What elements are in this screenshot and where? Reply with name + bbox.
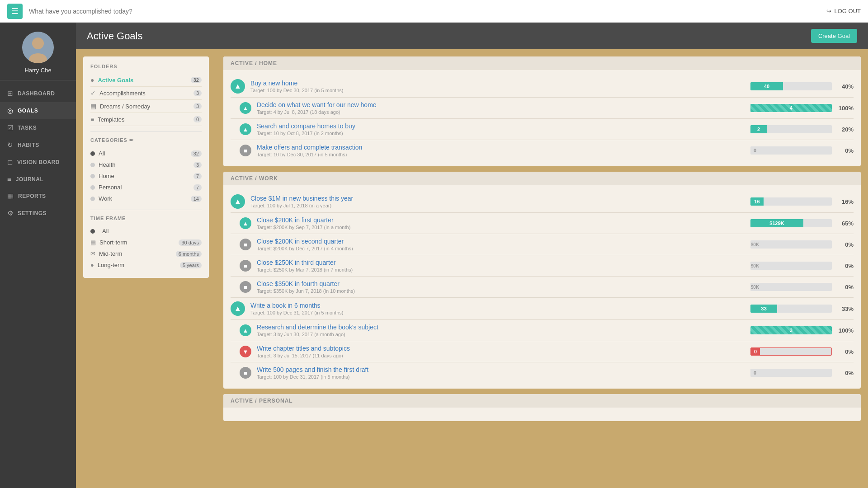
sidebar-item-reports[interactable]: ▦ REPORTS: [0, 188, 76, 205]
sidebar-item-label: SETTINGS: [18, 210, 47, 216]
sidebar-item-habits[interactable]: ↻ HABITS: [0, 136, 76, 154]
dashboard-icon: ⊞: [7, 89, 13, 98]
logout-button[interactable]: ↪ LOG OUT: [826, 8, 861, 14]
edit-categories-icon[interactable]: ✏: [129, 137, 134, 143]
goal-title-write-book[interactable]: Write a book in 6 months: [250, 302, 750, 309]
category-item-all[interactable]: All 32: [90, 148, 202, 159]
progress-fill: 0: [750, 146, 760, 155]
goal-title-500pages[interactable]: Write 500 pages and finish the first dra…: [257, 366, 750, 373]
timeframe-item-left: ✉ Mid-term: [90, 250, 122, 257]
goal-meta: Target: 100 by Dec 31, 2017 (in 5 months…: [257, 374, 750, 380]
sidebar-item-tasks[interactable]: ☑ TASKS: [0, 119, 76, 136]
sidebar-item-goals[interactable]: ◎ GOALS: [0, 102, 76, 119]
right-panel: ACTIVE / HOME ▲ Buy a new home Target: 1…: [216, 49, 868, 488]
reports-icon: ▦: [7, 192, 14, 200]
progress-pct: 65%: [836, 220, 854, 227]
goal-title-250k-q3[interactable]: Close $250K in third quarter: [257, 259, 750, 266]
goal-title-200k-q1[interactable]: Close $200K in first quarter: [257, 216, 750, 224]
search-input[interactable]: [29, 8, 826, 15]
goal-main: Search and compare homes to buy Target: …: [257, 122, 750, 136]
goal-main: Close $1M in new business this year Targ…: [250, 195, 750, 208]
goal-icon-350k-q4: ■: [240, 281, 251, 293]
goal-main: Decide on what we want for our new home …: [257, 101, 750, 115]
avatar: [22, 32, 54, 63]
goal-row-250k-q3: ■ Close $250K in third quarter Target: $…: [231, 255, 854, 277]
timeframe-label: Mid-term: [99, 250, 122, 257]
category-badge: 7: [193, 173, 202, 179]
goal-icon-search: ▲: [240, 123, 251, 135]
category-item-home[interactable]: Home 7: [90, 170, 202, 182]
goal-title-200k-q2[interactable]: Close $200K in second quarter: [257, 238, 750, 245]
menu-button[interactable]: ☰: [7, 4, 23, 19]
progress-bar: 2: [750, 125, 832, 133]
goal-title-close-1m[interactable]: Close $1M in new business this year: [250, 195, 750, 202]
folder-badge: 3: [193, 103, 202, 109]
folder-item-templates[interactable]: ≡ Templates 0: [90, 113, 202, 126]
progress-pct: 40%: [836, 83, 854, 90]
goal-row-search: ▲ Search and compare homes to buy Target…: [231, 119, 854, 140]
sidebar-item-journal[interactable]: ≡ JOURNAL: [0, 171, 76, 188]
progress-bar: 33: [750, 305, 832, 313]
section-body-work: ▲ Close $1M in new business this year Ta…: [223, 185, 861, 389]
goal-title-search[interactable]: Search and compare homes to buy: [257, 122, 750, 130]
sidebar-item-label: TASKS: [18, 125, 37, 131]
timeframe-label: All: [102, 228, 108, 235]
goal-main: Close $350K in fourth quarter Target: $3…: [257, 280, 750, 294]
category-item-left: Personal: [90, 184, 122, 191]
sidebar-user: Harry Che: [0, 23, 76, 80]
timeframe-icon: ●: [90, 262, 94, 268]
category-dot: [90, 151, 95, 156]
goal-title-buy-home[interactable]: Buy a new home: [250, 80, 750, 87]
create-goal-button[interactable]: Create Goal: [811, 29, 857, 43]
goal-meta: Target: 10 by Dec 30, 2017 (in 5 months): [257, 152, 750, 157]
section-home: ACTIVE / HOME ▲ Buy a new home Target: 1…: [223, 56, 861, 166]
sidebar-item-label: JOURNAL: [16, 176, 44, 183]
goal-meta: Target: 3 by Jun 30, 2017 (a month ago): [257, 332, 750, 337]
goal-progress-area: 40 40%: [750, 82, 854, 90]
goal-progress-area: 3 100%: [750, 326, 854, 334]
timeframe-icon: ✉: [90, 250, 95, 257]
goal-row-350k-q4: ■ Close $350K in fourth quarter Target: …: [231, 277, 854, 298]
progress-fill: 2: [750, 125, 767, 133]
sidebar-item-settings[interactable]: ⚙ SETTINGS: [0, 205, 76, 222]
goal-title-decide[interactable]: Decide on what we want for our new home: [257, 101, 750, 108]
goal-title-research[interactable]: Research and determine the book's subjec…: [257, 324, 750, 331]
category-item-personal[interactable]: Personal 7: [90, 182, 202, 193]
goal-title-offers[interactable]: Make offers and complete transaction: [257, 144, 750, 151]
journal-icon: ≡: [7, 175, 11, 183]
timeframe-item-left: All: [90, 228, 108, 235]
folder-item-label: Templates: [98, 116, 124, 123]
progress-fill: 0: [750, 369, 760, 377]
goal-title-350k-q4[interactable]: Close $350K in fourth quarter: [257, 280, 750, 287]
section-work: ACTIVE / WORK ▲ Close $1M in new busines…: [223, 172, 861, 389]
habits-icon: ↻: [7, 141, 13, 149]
sidebar-item-label: VISION BOARD: [17, 159, 60, 165]
sidebar-item-dashboard[interactable]: ⊞ DASHBOARD: [0, 85, 76, 102]
folder-item-active-goals[interactable]: ● Active Goals 32: [90, 74, 202, 87]
category-dot: [90, 174, 95, 178]
folder-item-accomplishments[interactable]: ✓ Accomplishments 3: [90, 87, 202, 100]
timeframe-item-mid[interactable]: ✉ Mid-term 6 months: [90, 248, 202, 259]
sidebar-item-vision-board[interactable]: ◻ VISION BOARD: [0, 154, 76, 171]
goal-main: Make offers and complete transaction Tar…: [257, 144, 750, 157]
timeframe-item-long[interactable]: ● Long-term 5 years: [90, 259, 202, 271]
section-body-personal: [223, 408, 861, 421]
section-body-home: ▲ Buy a new home Target: 100 by Dec 30, …: [223, 70, 861, 166]
goal-main: Research and determine the book's subjec…: [257, 324, 750, 337]
category-item-left: All: [90, 150, 105, 157]
vision-icon: ◻: [7, 158, 13, 166]
timeframe-item-short[interactable]: ▤ Short-term 30 days: [90, 237, 202, 248]
category-item-work[interactable]: Work 14: [90, 193, 202, 204]
progress-bar: $0K: [750, 240, 832, 249]
page-title: Active Goals: [87, 30, 143, 42]
folder-item-left: ● Active Goals: [90, 76, 133, 84]
folder-item-dreams[interactable]: ▤ Dreams / Someday 3: [90, 100, 202, 113]
goal-title-chapters[interactable]: Write chapter titles and subtopics: [257, 345, 750, 352]
goal-meta: Target: $200K by Sep 7, 2017 (in a month…: [257, 225, 750, 230]
sidebar-nav: ⊞ DASHBOARD ◎ GOALS ☑ TASKS ↻ HABITS ◻ V…: [0, 80, 76, 226]
page-header: Active Goals Create Goal: [76, 23, 868, 49]
category-dot: [90, 197, 95, 201]
category-item-health[interactable]: Health 3: [90, 159, 202, 170]
timeframe-item-all[interactable]: All: [90, 225, 202, 237]
progress-pct: 0%: [836, 147, 854, 154]
